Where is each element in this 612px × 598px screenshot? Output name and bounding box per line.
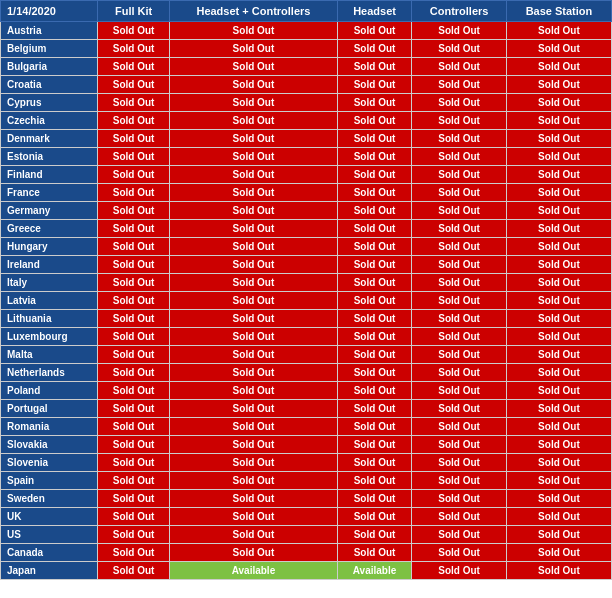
cell-headset: Sold Out <box>337 454 412 472</box>
cell-headset_ctrl: Sold Out <box>170 328 338 346</box>
cell-country: Croatia <box>1 76 98 94</box>
cell-headset: Sold Out <box>337 148 412 166</box>
cell-controllers: Sold Out <box>412 418 507 436</box>
table-row: LithuaniaSold OutSold OutSold OutSold Ou… <box>1 310 612 328</box>
cell-country: Denmark <box>1 130 98 148</box>
table-row: LuxembourgSold OutSold OutSold OutSold O… <box>1 328 612 346</box>
cell-base_station: Sold Out <box>506 148 611 166</box>
table-row: DenmarkSold OutSold OutSold OutSold OutS… <box>1 130 612 148</box>
cell-headset: Sold Out <box>337 472 412 490</box>
cell-headset: Available <box>337 562 412 580</box>
cell-headset_ctrl: Sold Out <box>170 238 338 256</box>
cell-base_station: Sold Out <box>506 490 611 508</box>
table-row: UKSold OutSold OutSold OutSold OutSold O… <box>1 508 612 526</box>
cell-full_kit: Sold Out <box>98 526 170 544</box>
col-controllers: Controllers <box>412 1 507 22</box>
table-row: BelgiumSold OutSold OutSold OutSold OutS… <box>1 40 612 58</box>
cell-headset: Sold Out <box>337 202 412 220</box>
table-row: EstoniaSold OutSold OutSold OutSold OutS… <box>1 148 612 166</box>
cell-full_kit: Sold Out <box>98 112 170 130</box>
cell-full_kit: Sold Out <box>98 184 170 202</box>
cell-country: Belgium <box>1 40 98 58</box>
cell-full_kit: Sold Out <box>98 436 170 454</box>
cell-base_station: Sold Out <box>506 400 611 418</box>
cell-headset_ctrl: Sold Out <box>170 274 338 292</box>
table-row: CyprusSold OutSold OutSold OutSold OutSo… <box>1 94 612 112</box>
cell-full_kit: Sold Out <box>98 22 170 40</box>
cell-full_kit: Sold Out <box>98 220 170 238</box>
cell-country: Spain <box>1 472 98 490</box>
cell-country: Malta <box>1 346 98 364</box>
table-row: AustriaSold OutSold OutSold OutSold OutS… <box>1 22 612 40</box>
cell-controllers: Sold Out <box>412 490 507 508</box>
table-row: CanadaSold OutSold OutSold OutSold OutSo… <box>1 544 612 562</box>
cell-headset: Sold Out <box>337 292 412 310</box>
cell-headset_ctrl: Sold Out <box>170 436 338 454</box>
cell-full_kit: Sold Out <box>98 76 170 94</box>
cell-controllers: Sold Out <box>412 238 507 256</box>
table-row: USSold OutSold OutSold OutSold OutSold O… <box>1 526 612 544</box>
cell-country: Greece <box>1 220 98 238</box>
cell-base_station: Sold Out <box>506 418 611 436</box>
table-row: LatviaSold OutSold OutSold OutSold OutSo… <box>1 292 612 310</box>
cell-controllers: Sold Out <box>412 256 507 274</box>
table-row: GermanySold OutSold OutSold OutSold OutS… <box>1 202 612 220</box>
cell-country: Luxembourg <box>1 328 98 346</box>
cell-headset_ctrl: Sold Out <box>170 58 338 76</box>
cell-controllers: Sold Out <box>412 508 507 526</box>
table-row: PortugalSold OutSold OutSold OutSold Out… <box>1 400 612 418</box>
cell-headset: Sold Out <box>337 490 412 508</box>
table-row: MaltaSold OutSold OutSold OutSold OutSol… <box>1 346 612 364</box>
cell-country: Romania <box>1 418 98 436</box>
cell-base_station: Sold Out <box>506 436 611 454</box>
cell-headset_ctrl: Sold Out <box>170 40 338 58</box>
cell-full_kit: Sold Out <box>98 544 170 562</box>
cell-headset: Sold Out <box>337 220 412 238</box>
cell-base_station: Sold Out <box>506 508 611 526</box>
cell-headset: Sold Out <box>337 130 412 148</box>
cell-country: Netherlands <box>1 364 98 382</box>
col-headset: Headset <box>337 1 412 22</box>
cell-country: Japan <box>1 562 98 580</box>
cell-headset_ctrl: Sold Out <box>170 526 338 544</box>
cell-base_station: Sold Out <box>506 526 611 544</box>
cell-base_station: Sold Out <box>506 220 611 238</box>
table-row: BulgariaSold OutSold OutSold OutSold Out… <box>1 58 612 76</box>
cell-base_station: Sold Out <box>506 40 611 58</box>
cell-full_kit: Sold Out <box>98 328 170 346</box>
cell-full_kit: Sold Out <box>98 382 170 400</box>
cell-full_kit: Sold Out <box>98 562 170 580</box>
table-row: SloveniaSold OutSold OutSold OutSold Out… <box>1 454 612 472</box>
table-row: JapanSold OutAvailableAvailableSold OutS… <box>1 562 612 580</box>
cell-controllers: Sold Out <box>412 382 507 400</box>
table-row: SwedenSold OutSold OutSold OutSold OutSo… <box>1 490 612 508</box>
cell-country: Slovakia <box>1 436 98 454</box>
cell-base_station: Sold Out <box>506 328 611 346</box>
cell-headset_ctrl: Sold Out <box>170 418 338 436</box>
cell-full_kit: Sold Out <box>98 238 170 256</box>
table-row: FinlandSold OutSold OutSold OutSold OutS… <box>1 166 612 184</box>
cell-headset_ctrl: Sold Out <box>170 76 338 94</box>
cell-country: Latvia <box>1 292 98 310</box>
cell-base_station: Sold Out <box>506 364 611 382</box>
date-header: 1/14/2020 <box>1 1 98 22</box>
cell-controllers: Sold Out <box>412 40 507 58</box>
cell-full_kit: Sold Out <box>98 418 170 436</box>
cell-headset: Sold Out <box>337 274 412 292</box>
table-row: GreeceSold OutSold OutSold OutSold OutSo… <box>1 220 612 238</box>
cell-base_station: Sold Out <box>506 382 611 400</box>
cell-controllers: Sold Out <box>412 76 507 94</box>
cell-base_station: Sold Out <box>506 472 611 490</box>
cell-headset: Sold Out <box>337 238 412 256</box>
table-row: CroatiaSold OutSold OutSold OutSold OutS… <box>1 76 612 94</box>
cell-full_kit: Sold Out <box>98 292 170 310</box>
cell-controllers: Sold Out <box>412 274 507 292</box>
cell-base_station: Sold Out <box>506 346 611 364</box>
cell-headset: Sold Out <box>337 94 412 112</box>
cell-country: Bulgaria <box>1 58 98 76</box>
cell-headset: Sold Out <box>337 22 412 40</box>
cell-country: Portugal <box>1 400 98 418</box>
table-row: SlovakiaSold OutSold OutSold OutSold Out… <box>1 436 612 454</box>
cell-country: Czechia <box>1 112 98 130</box>
cell-headset_ctrl: Sold Out <box>170 400 338 418</box>
